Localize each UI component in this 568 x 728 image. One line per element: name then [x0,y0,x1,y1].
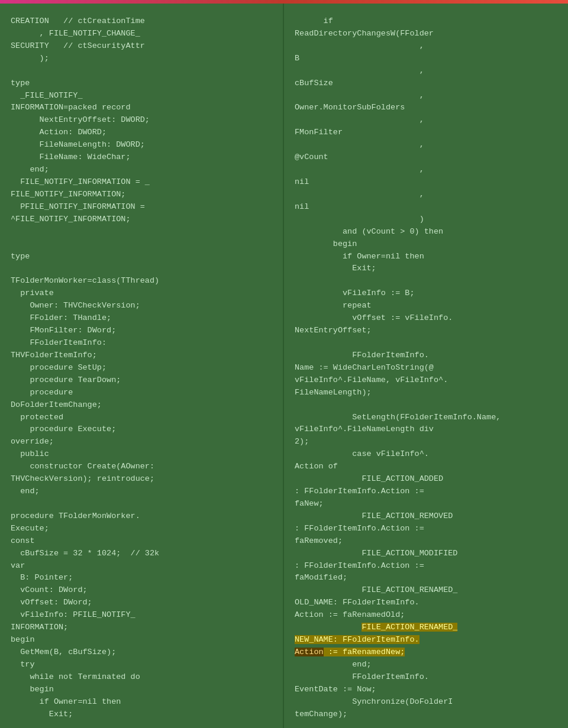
code-container: CREATION // ctCreationTime , FILE_NOTIFY… [0,4,568,728]
left-code-block: CREATION // ctCreationTime , FILE_NOTIFY… [11,15,272,721]
left-panel: CREATION // ctCreationTime , FILE_NOTIFY… [0,4,284,728]
right-panel: if ReadDirectoryChangesW(FFolder , B , c… [284,4,568,728]
highlight-action: Action [295,648,324,656]
right-code-block: if ReadDirectoryChangesW(FFolder , B , c… [295,15,557,721]
highlight-renamed-new: FILE_ACTION_RENAMED_ NEW_NAME: FFolderIt… [295,623,457,656]
